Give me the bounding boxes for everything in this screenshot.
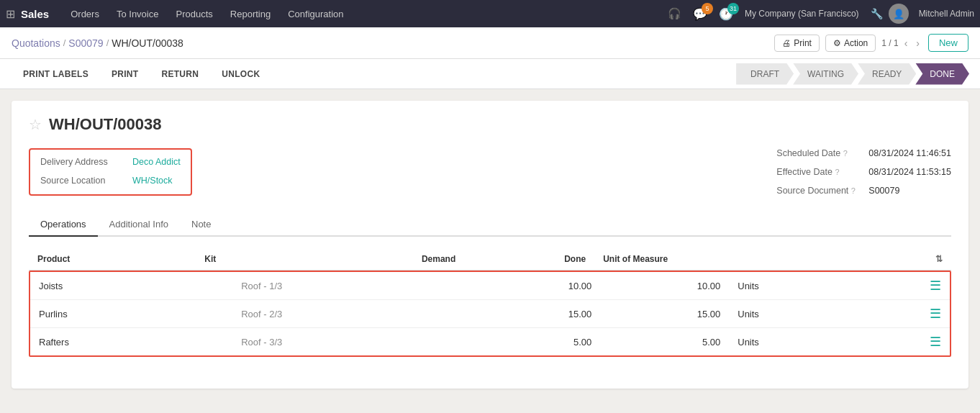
return-button[interactable]: RETURN xyxy=(150,59,210,89)
breadcrumb-bar: Quotations / S00079 / WH/OUT/00038 🖨 Pri… xyxy=(0,27,980,59)
col-done: Done xyxy=(464,248,594,271)
detail-icon-3[interactable]: ☰ xyxy=(930,335,941,349)
row2-product: Purlins xyxy=(30,300,232,328)
date-fields-section: Scheduled Date ? 08/31/2024 11:46:51 Eff… xyxy=(776,148,951,196)
row1-kit: Roof - 1/3 xyxy=(232,272,435,300)
col-actions: ⇅ xyxy=(869,248,951,271)
row1-demand: 10.00 xyxy=(435,272,600,300)
delivery-address-value[interactable]: Deco Addict xyxy=(132,157,181,167)
new-button[interactable]: New xyxy=(928,34,968,52)
status-draft[interactable]: DRAFT xyxy=(736,63,794,85)
row3-done: 5.00 xyxy=(600,328,729,356)
col-product: Product xyxy=(29,248,196,271)
table-row: Purlins Roof - 2/3 15.00 15.00 Units ☰ xyxy=(30,300,950,328)
nav-orders[interactable]: Orders xyxy=(63,0,106,27)
col-uom: Unit of Measure xyxy=(594,248,869,271)
action-bar: PRINT LABELS PRINT RETURN UNLOCK DRAFT W… xyxy=(0,59,980,89)
settings-icon[interactable]: 🔧 xyxy=(871,8,883,19)
breadcrumb-current: WH/OUT/00038 xyxy=(112,37,183,49)
col-demand: Demand xyxy=(292,248,464,271)
effective-date-row: Effective Date ? 08/31/2024 11:53:15 xyxy=(776,167,951,177)
status-ready[interactable]: READY xyxy=(858,63,916,85)
delivery-address-label: Delivery Address xyxy=(40,157,127,167)
scheduled-date-row: Scheduled Date ? 08/31/2024 11:46:51 xyxy=(776,148,951,158)
source-document-label: Source Document ? xyxy=(776,186,863,196)
row3-kit: Roof - 3/3 xyxy=(232,328,435,356)
page-info: 1 / 1 xyxy=(881,38,898,48)
chat-icon[interactable]: 💬 5 xyxy=(693,7,707,21)
unlock-button[interactable]: UNLOCK xyxy=(210,59,271,89)
action-button[interactable]: ⚙ Action xyxy=(825,35,876,52)
table-header: Product Kit Demand Done Unit of Measure … xyxy=(29,248,951,271)
user-name: Mitchell Admin xyxy=(919,9,974,19)
activity-icon[interactable]: 🕐 31 xyxy=(719,7,733,21)
row3-detail-btn[interactable]: ☰ xyxy=(876,328,950,356)
record-header: ☆ WH/OUT/00038 xyxy=(29,115,951,134)
tab-additional-info[interactable]: Additional Info xyxy=(98,213,180,237)
source-location-label: Source Location xyxy=(40,176,127,186)
effective-date-value: 08/31/2024 11:53:15 xyxy=(868,167,951,177)
user-avatar[interactable]: 👤 xyxy=(889,4,909,24)
next-page-button[interactable]: › xyxy=(913,36,922,50)
row1-detail-btn[interactable]: ☰ xyxy=(876,272,950,300)
row2-done: 15.00 xyxy=(600,300,729,328)
source-location-value[interactable]: WH/Stock xyxy=(132,176,173,186)
effective-date-help[interactable]: ? xyxy=(835,168,839,176)
record-title: WH/OUT/00038 xyxy=(49,115,162,134)
detail-icon-2[interactable]: ☰ xyxy=(930,307,941,321)
source-document-value: S00079 xyxy=(868,186,899,196)
row2-kit: Roof - 2/3 xyxy=(232,300,435,328)
delivery-fields-section: Delivery Address Deco Addict Source Loca… xyxy=(29,148,192,196)
source-document-help[interactable]: ? xyxy=(851,186,856,195)
nav-configuration[interactable]: Configuration xyxy=(281,0,350,27)
tabs: Operations Additional Info Note xyxy=(29,213,951,237)
support-icon[interactable]: 🎧 xyxy=(668,7,681,20)
nav-to-invoice[interactable]: To Invoice xyxy=(109,0,166,27)
scheduled-date-help[interactable]: ? xyxy=(843,149,848,158)
row3-uom: Units xyxy=(729,328,876,356)
effective-date-label: Effective Date ? xyxy=(776,167,863,177)
status-bar: DRAFT WAITING READY DONE xyxy=(736,63,968,85)
gear-icon: ⚙ xyxy=(833,38,841,48)
status-waiting[interactable]: WAITING xyxy=(793,63,858,85)
row2-demand: 15.00 xyxy=(435,300,600,328)
operations-table: Product Kit Demand Done Unit of Measure … xyxy=(29,248,951,271)
row3-product: Rafters xyxy=(30,328,232,356)
activity-badge: 31 xyxy=(727,3,739,14)
row3-demand: 5.00 xyxy=(435,328,600,356)
nav-products[interactable]: Products xyxy=(168,0,219,27)
row2-uom: Units xyxy=(729,300,876,328)
company-name: My Company (San Francisco) xyxy=(745,9,859,19)
print-labels-button[interactable]: PRINT LABELS xyxy=(12,59,100,89)
row2-detail-btn[interactable]: ☰ xyxy=(876,300,950,328)
table-row: Rafters Roof - 3/3 5.00 5.00 Units ☰ xyxy=(30,328,950,356)
col-kit: Kit xyxy=(196,248,292,271)
row1-uom: Units xyxy=(729,272,876,300)
breadcrumb-s00079[interactable]: S00079 xyxy=(68,37,103,49)
scheduled-date-label: Scheduled Date ? xyxy=(776,148,863,158)
delivery-address-row: Delivery Address Deco Addict xyxy=(40,157,181,167)
breadcrumb: Quotations / S00079 / WH/OUT/00038 xyxy=(12,37,768,49)
prev-page-button[interactable]: ‹ xyxy=(902,36,911,50)
nav-reporting[interactable]: Reporting xyxy=(223,0,278,27)
app-grid-icon[interactable]: ⊞ xyxy=(6,7,15,21)
main-content: ☆ WH/OUT/00038 Delivery Address Deco Add… xyxy=(0,89,980,400)
breadcrumb-sep1: / xyxy=(63,37,66,48)
status-done[interactable]: DONE xyxy=(915,63,969,85)
favorite-star-icon[interactable]: ☆ xyxy=(29,116,42,133)
tab-note[interactable]: Note xyxy=(180,213,222,237)
print-button[interactable]: 🖨 Print xyxy=(774,35,820,52)
app-name[interactable]: Sales xyxy=(21,8,49,20)
record-card: ☆ WH/OUT/00038 Delivery Address Deco Add… xyxy=(12,101,968,389)
source-location-row: Source Location WH/Stock xyxy=(40,176,181,186)
adjust-columns-icon[interactable]: ⇅ xyxy=(935,254,943,264)
table-row: Joists Roof - 1/3 10.00 10.00 Units ☰ xyxy=(30,272,950,300)
breadcrumb-quotations[interactable]: Quotations xyxy=(12,37,60,49)
page-navigation: 1 / 1 ‹ › xyxy=(881,36,922,50)
table-rows-bordered: Joists Roof - 1/3 10.00 10.00 Units ☰ Pu… xyxy=(29,271,951,357)
table-data: Joists Roof - 1/3 10.00 10.00 Units ☰ Pu… xyxy=(30,272,950,355)
tab-operations[interactable]: Operations xyxy=(29,213,98,237)
print-button-action[interactable]: PRINT xyxy=(100,59,150,89)
detail-icon-1[interactable]: ☰ xyxy=(930,278,941,293)
row1-product: Joists xyxy=(30,272,232,300)
